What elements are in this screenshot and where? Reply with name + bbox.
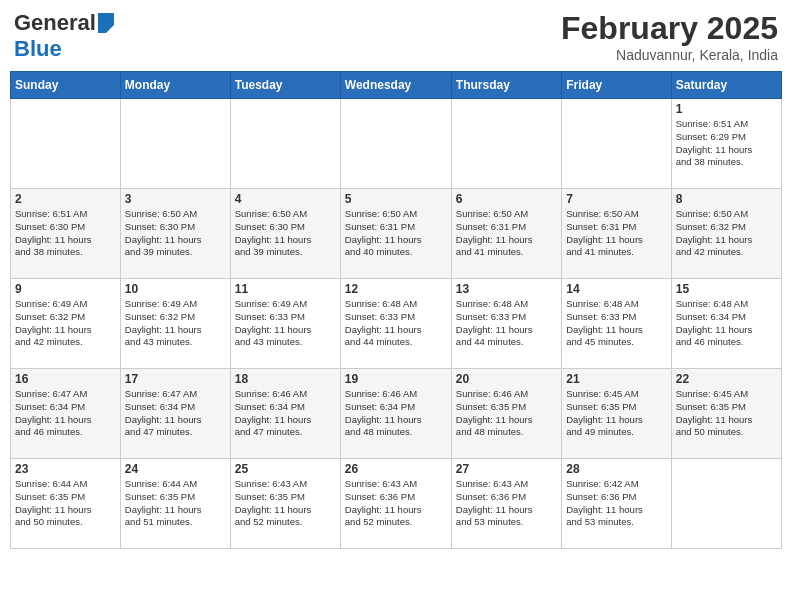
day-info: Sunrise: 6:50 AM Sunset: 6:31 PM Dayligh…: [456, 208, 557, 259]
calendar-cell: 19Sunrise: 6:46 AM Sunset: 6:34 PM Dayli…: [340, 369, 451, 459]
day-number: 13: [456, 282, 557, 296]
day-info: Sunrise: 6:50 AM Sunset: 6:31 PM Dayligh…: [566, 208, 666, 259]
day-number: 28: [566, 462, 666, 476]
day-number: 8: [676, 192, 777, 206]
calendar-cell: 16Sunrise: 6:47 AM Sunset: 6:34 PM Dayli…: [11, 369, 121, 459]
calendar-cell: 20Sunrise: 6:46 AM Sunset: 6:35 PM Dayli…: [451, 369, 561, 459]
day-info: Sunrise: 6:50 AM Sunset: 6:32 PM Dayligh…: [676, 208, 777, 259]
day-number: 18: [235, 372, 336, 386]
day-number: 23: [15, 462, 116, 476]
day-number: 25: [235, 462, 336, 476]
day-number: 24: [125, 462, 226, 476]
calendar-cell: [671, 459, 781, 549]
week-row-0: 1Sunrise: 6:51 AM Sunset: 6:29 PM Daylig…: [11, 99, 782, 189]
day-info: Sunrise: 6:45 AM Sunset: 6:35 PM Dayligh…: [566, 388, 666, 439]
day-info: Sunrise: 6:48 AM Sunset: 6:33 PM Dayligh…: [456, 298, 557, 349]
day-number: 26: [345, 462, 447, 476]
weekday-header-sunday: Sunday: [11, 72, 121, 99]
day-number: 9: [15, 282, 116, 296]
day-number: 7: [566, 192, 666, 206]
day-info: Sunrise: 6:47 AM Sunset: 6:34 PM Dayligh…: [15, 388, 116, 439]
logo-arrow-icon: [98, 13, 114, 33]
calendar-cell: 9Sunrise: 6:49 AM Sunset: 6:32 PM Daylig…: [11, 279, 121, 369]
calendar-cell: 14Sunrise: 6:48 AM Sunset: 6:33 PM Dayli…: [562, 279, 671, 369]
day-info: Sunrise: 6:44 AM Sunset: 6:35 PM Dayligh…: [15, 478, 116, 529]
calendar-cell: 10Sunrise: 6:49 AM Sunset: 6:32 PM Dayli…: [120, 279, 230, 369]
calendar-cell: [451, 99, 561, 189]
day-info: Sunrise: 6:43 AM Sunset: 6:36 PM Dayligh…: [345, 478, 447, 529]
calendar-cell: 15Sunrise: 6:48 AM Sunset: 6:34 PM Dayli…: [671, 279, 781, 369]
day-number: 16: [15, 372, 116, 386]
weekday-header-saturday: Saturday: [671, 72, 781, 99]
week-row-4: 23Sunrise: 6:44 AM Sunset: 6:35 PM Dayli…: [11, 459, 782, 549]
day-number: 12: [345, 282, 447, 296]
calendar-cell: 26Sunrise: 6:43 AM Sunset: 6:36 PM Dayli…: [340, 459, 451, 549]
day-number: 14: [566, 282, 666, 296]
calendar-cell: 21Sunrise: 6:45 AM Sunset: 6:35 PM Dayli…: [562, 369, 671, 459]
day-info: Sunrise: 6:50 AM Sunset: 6:31 PM Dayligh…: [345, 208, 447, 259]
day-number: 20: [456, 372, 557, 386]
day-info: Sunrise: 6:50 AM Sunset: 6:30 PM Dayligh…: [125, 208, 226, 259]
day-info: Sunrise: 6:43 AM Sunset: 6:36 PM Dayligh…: [456, 478, 557, 529]
calendar-cell: 28Sunrise: 6:42 AM Sunset: 6:36 PM Dayli…: [562, 459, 671, 549]
calendar-cell: 5Sunrise: 6:50 AM Sunset: 6:31 PM Daylig…: [340, 189, 451, 279]
calendar-cell: 4Sunrise: 6:50 AM Sunset: 6:30 PM Daylig…: [230, 189, 340, 279]
day-info: Sunrise: 6:46 AM Sunset: 6:34 PM Dayligh…: [235, 388, 336, 439]
week-row-1: 2Sunrise: 6:51 AM Sunset: 6:30 PM Daylig…: [11, 189, 782, 279]
day-info: Sunrise: 6:49 AM Sunset: 6:32 PM Dayligh…: [125, 298, 226, 349]
calendar-cell: 23Sunrise: 6:44 AM Sunset: 6:35 PM Dayli…: [11, 459, 121, 549]
calendar-cell: 2Sunrise: 6:51 AM Sunset: 6:30 PM Daylig…: [11, 189, 121, 279]
day-info: Sunrise: 6:44 AM Sunset: 6:35 PM Dayligh…: [125, 478, 226, 529]
calendar-cell: 18Sunrise: 6:46 AM Sunset: 6:34 PM Dayli…: [230, 369, 340, 459]
calendar-cell: 22Sunrise: 6:45 AM Sunset: 6:35 PM Dayli…: [671, 369, 781, 459]
calendar-cell: 8Sunrise: 6:50 AM Sunset: 6:32 PM Daylig…: [671, 189, 781, 279]
day-info: Sunrise: 6:43 AM Sunset: 6:35 PM Dayligh…: [235, 478, 336, 529]
day-number: 22: [676, 372, 777, 386]
week-row-3: 16Sunrise: 6:47 AM Sunset: 6:34 PM Dayli…: [11, 369, 782, 459]
location: Naduvannur, Kerala, India: [561, 47, 778, 63]
weekday-header-friday: Friday: [562, 72, 671, 99]
day-info: Sunrise: 6:47 AM Sunset: 6:34 PM Dayligh…: [125, 388, 226, 439]
day-number: 3: [125, 192, 226, 206]
day-info: Sunrise: 6:48 AM Sunset: 6:34 PM Dayligh…: [676, 298, 777, 349]
day-number: 1: [676, 102, 777, 116]
day-number: 11: [235, 282, 336, 296]
calendar-cell: 3Sunrise: 6:50 AM Sunset: 6:30 PM Daylig…: [120, 189, 230, 279]
calendar-cell: 27Sunrise: 6:43 AM Sunset: 6:36 PM Dayli…: [451, 459, 561, 549]
day-number: 5: [345, 192, 447, 206]
day-number: 15: [676, 282, 777, 296]
day-number: 21: [566, 372, 666, 386]
day-info: Sunrise: 6:50 AM Sunset: 6:30 PM Dayligh…: [235, 208, 336, 259]
day-info: Sunrise: 6:42 AM Sunset: 6:36 PM Dayligh…: [566, 478, 666, 529]
calendar-cell: [340, 99, 451, 189]
calendar-cell: 17Sunrise: 6:47 AM Sunset: 6:34 PM Dayli…: [120, 369, 230, 459]
svg-marker-0: [98, 13, 114, 33]
calendar-cell: 11Sunrise: 6:49 AM Sunset: 6:33 PM Dayli…: [230, 279, 340, 369]
calendar: SundayMondayTuesdayWednesdayThursdayFrid…: [10, 71, 782, 549]
title-block: February 2025 Naduvannur, Kerala, India: [561, 10, 778, 63]
day-number: 19: [345, 372, 447, 386]
calendar-cell: [120, 99, 230, 189]
weekday-header-tuesday: Tuesday: [230, 72, 340, 99]
calendar-cell: [562, 99, 671, 189]
month-title: February 2025: [561, 10, 778, 47]
logo-general: General: [14, 10, 96, 36]
calendar-cell: [230, 99, 340, 189]
day-info: Sunrise: 6:46 AM Sunset: 6:35 PM Dayligh…: [456, 388, 557, 439]
weekday-header-row: SundayMondayTuesdayWednesdayThursdayFrid…: [11, 72, 782, 99]
day-number: 2: [15, 192, 116, 206]
calendar-cell: 24Sunrise: 6:44 AM Sunset: 6:35 PM Dayli…: [120, 459, 230, 549]
logo-blue: Blue: [14, 36, 62, 62]
day-info: Sunrise: 6:49 AM Sunset: 6:33 PM Dayligh…: [235, 298, 336, 349]
day-number: 27: [456, 462, 557, 476]
day-info: Sunrise: 6:45 AM Sunset: 6:35 PM Dayligh…: [676, 388, 777, 439]
page-header: General Blue February 2025 Naduvannur, K…: [10, 10, 782, 63]
day-number: 4: [235, 192, 336, 206]
day-info: Sunrise: 6:51 AM Sunset: 6:30 PM Dayligh…: [15, 208, 116, 259]
calendar-cell: 13Sunrise: 6:48 AM Sunset: 6:33 PM Dayli…: [451, 279, 561, 369]
calendar-cell: [11, 99, 121, 189]
calendar-cell: 12Sunrise: 6:48 AM Sunset: 6:33 PM Dayli…: [340, 279, 451, 369]
weekday-header-wednesday: Wednesday: [340, 72, 451, 99]
day-number: 6: [456, 192, 557, 206]
day-info: Sunrise: 6:51 AM Sunset: 6:29 PM Dayligh…: [676, 118, 777, 169]
